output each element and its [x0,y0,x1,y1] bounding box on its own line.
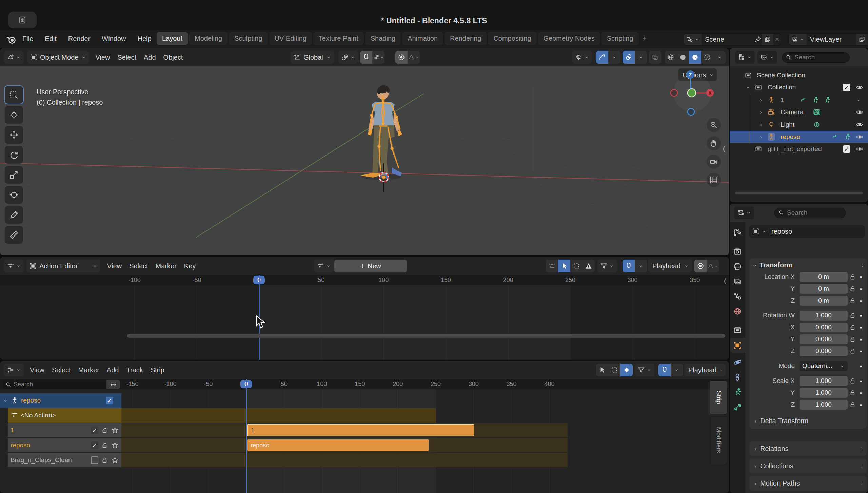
lock-toggle[interactable] [848,389,858,396]
field-x[interactable]: 0.000 [800,323,848,332]
close-icon[interactable] [773,36,781,43]
animate-dot[interactable]: ● [858,349,864,354]
pivot-point-button[interactable] [338,51,358,64]
eye-icon[interactable] [856,145,863,153]
tool-cursor-3d[interactable] [5,106,23,124]
nla-track-reposo-3[interactable]: reposo✓reposo [0,438,568,452]
viewlayer-browse-chip[interactable] [789,34,807,45]
field-location-x[interactable]: 0 m [800,272,848,282]
workspace-tab-modeling[interactable]: Modeling [189,32,228,45]
nla-menu-select[interactable]: Select [51,364,72,376]
lock-toggle[interactable] [848,377,858,385]
nav-pan-hand-button[interactable] [707,136,721,150]
track-name-cell[interactable]: reposo✓ [8,438,121,452]
lock-toggle[interactable] [848,401,858,408]
visibility-dropdown[interactable] [572,51,592,64]
dopesheet-menu-key[interactable]: Key [183,260,197,272]
show-gizmo-toggle[interactable] [596,51,608,64]
region-collapse-arrow[interactable]: ❬ [723,277,728,285]
eye-icon[interactable] [856,84,863,91]
animate-dot[interactable]: ● [858,364,864,369]
nla-menu-strip[interactable]: Strip [149,364,166,376]
panel-drag-dots[interactable]: : [862,262,864,268]
top-menu-help[interactable]: Help [134,33,155,45]
properties-tab-data[interactable] [730,385,745,399]
viewlayer-selector[interactable]: ViewLayer [789,33,868,45]
field-mode[interactable]: Quaterni... [800,361,848,371]
only-selected-toggle[interactable] [558,260,570,272]
nla-playhead[interactable] [246,379,247,493]
nla-search-field[interactable]: Search [3,380,106,389]
proportional-edit-toggle[interactable] [395,51,408,64]
expand-chevron-icon[interactable] [745,85,751,90]
tool-annotate[interactable] [5,206,23,224]
new-action-button[interactable]: + New [334,260,407,272]
lock-toggle[interactable] [848,285,858,292]
sidebar-collapse-arrow[interactable]: ❬ [721,144,727,152]
animate-dot[interactable]: ● [858,390,864,395]
display-mode-button[interactable] [735,51,755,64]
tool-scale[interactable] [5,166,23,184]
nla-menu-marker[interactable]: Marker [77,364,101,376]
cursor-tool-toggle[interactable] [596,364,608,376]
animate-dot[interactable]: ● [858,286,864,291]
animate-dot[interactable]: ● [858,337,864,342]
show-errors-toggle[interactable] [583,260,595,272]
solo-star-icon[interactable] [111,441,119,449]
nla-strip-1[interactable]: 1 [247,424,474,436]
viewport-menu-view[interactable]: View [94,52,111,63]
shading-rendered-toggle[interactable] [701,51,713,64]
visibility-checkbox[interactable]: ✓ [843,84,850,91]
lock-icon[interactable] [101,441,108,449]
lock-toggle[interactable] [848,297,858,304]
blender-logo-icon[interactable] [5,34,17,45]
properties-tab-object[interactable] [730,338,745,353]
outliner-scrollbar[interactable] [735,192,863,194]
outliner-item-reposo[interactable]: reposo [730,131,868,143]
nav-camera-view-button[interactable] [707,155,721,169]
outliner-filter-button[interactable] [757,51,777,64]
shading-dropdown[interactable] [713,51,726,64]
falloff-dropdown[interactable] [408,51,420,64]
properties-breadcrumb[interactable]: reposo [749,225,865,238]
nla-strip-reposo[interactable]: reposo [247,439,429,451]
scene-browse-chip[interactable] [684,34,702,45]
properties-tab-tool[interactable] [730,225,745,240]
expand-chevron-icon[interactable] [758,122,764,127]
gizmo-dropdown[interactable] [608,51,620,64]
shading-wireframe-toggle[interactable] [665,51,677,64]
lock-toggle[interactable] [848,324,858,331]
track-mute-checkbox[interactable] [91,456,98,464]
snap-dropdown[interactable] [635,260,647,272]
outliner-item-light[interactable]: Light [730,119,868,131]
workspace-tab-compositing[interactable]: Compositing [488,32,536,45]
outliner-search-field[interactable]: Search [782,52,850,63]
snap-toggle[interactable] [658,364,671,376]
snap-toggle[interactable] [623,260,635,272]
workspace-tab-animation[interactable]: Animation [402,32,443,45]
eye-icon[interactable] [856,133,863,141]
field-z[interactable]: 1.000 [800,400,848,410]
overlays-dropdown[interactable] [635,51,647,64]
nla-menu-add[interactable]: Add [105,364,120,376]
top-menu-render[interactable]: Render [65,33,94,45]
expand-chevron-icon[interactable] [758,97,764,103]
scene-selector[interactable]: Scene [684,33,781,45]
panel-relations[interactable]: Relations: [749,441,867,456]
field-y[interactable]: 0 m [800,284,848,294]
top-menu-file[interactable]: File [19,33,37,45]
properties-tab-world[interactable] [730,304,745,319]
track-mute-checkbox[interactable]: ✓ [91,441,98,449]
properties-tab-output[interactable] [730,259,745,274]
track-mute-checkbox[interactable]: ✓ [91,427,98,434]
show-overlays-toggle[interactable] [623,51,635,64]
visibility-checkbox[interactable]: ✓ [843,145,850,153]
field-z[interactable]: 0 m [800,296,848,306]
collapse-chevron-icon[interactable] [752,262,757,268]
properties-tab-render[interactable] [730,244,745,259]
workspace-tab-item[interactable]: + [640,32,650,45]
editor-type-button[interactable] [4,51,24,64]
falloff-dropdown[interactable] [707,260,719,272]
field-y[interactable]: 1.000 [800,388,848,398]
editor-type-button[interactable] [4,260,24,272]
